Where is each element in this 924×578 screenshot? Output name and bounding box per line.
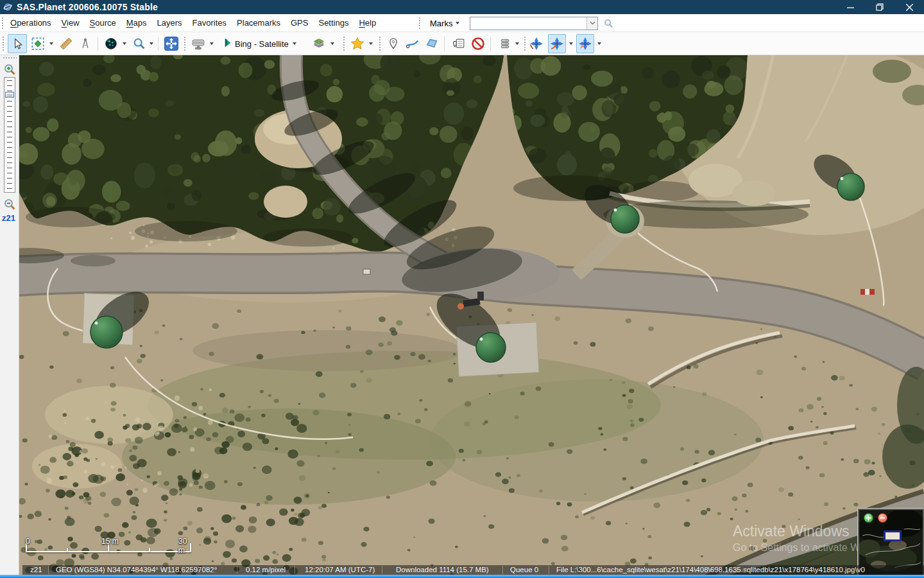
- source-dropdown[interactable]: [121, 34, 128, 53]
- ruler-tool-button[interactable]: [56, 34, 76, 53]
- cache-mode-dropdown[interactable]: [208, 34, 216, 53]
- map-name-text: Bing - Satellite: [235, 39, 289, 49]
- cache-database-button[interactable]: [495, 34, 515, 53]
- layers-button[interactable]: [309, 34, 329, 53]
- chevron-down-icon: [330, 42, 334, 45]
- restore-icon: [876, 3, 884, 11]
- map-view[interactable]: Activate Windows Go to Settings to activ…: [19, 55, 924, 578]
- zoom-tool-button[interactable]: [130, 34, 149, 53]
- chevron-down-icon: [369, 42, 373, 45]
- status-zoom: z21: [30, 565, 42, 575]
- menu-maps[interactable]: Maps: [121, 14, 152, 32]
- favorites-dropdown[interactable]: [367, 34, 375, 53]
- add-polygon-button[interactable]: [422, 34, 441, 53]
- marks-combobox[interactable]: [470, 17, 598, 30]
- placemark-list-icon: [452, 37, 466, 51]
- marks-grip[interactable]: [418, 17, 421, 30]
- zoom-slider-handle[interactable]: [5, 92, 14, 98]
- cache-drive-icon: [191, 36, 206, 51]
- menu-gps[interactable]: GPS: [286, 14, 313, 32]
- close-icon: [906, 4, 913, 11]
- gps-signal-button[interactable]: [527, 34, 545, 53]
- fullscreen-icon: [164, 36, 179, 51]
- compass-divider-icon: [79, 37, 92, 50]
- cache-mode-button[interactable]: [189, 34, 208, 53]
- toolbar-grip[interactable]: [379, 36, 381, 51]
- toolbar-grip[interactable]: [2, 36, 4, 51]
- minimize-button[interactable]: [835, 0, 865, 14]
- source-globe-button[interactable]: [101, 34, 121, 53]
- toolbar-grip[interactable]: [343, 36, 345, 51]
- zoom-out-icon: [3, 198, 16, 211]
- gps-connect-dropdown[interactable]: [595, 34, 603, 53]
- gps-track-dropdown[interactable]: [567, 34, 575, 53]
- menu-help[interactable]: Help: [354, 14, 381, 32]
- main-toolbar: Bing - Satellite: [0, 32, 924, 55]
- minimize-icon: [847, 4, 854, 11]
- placemark-list-button[interactable]: [449, 34, 468, 53]
- status-downloaded: Downloaded 1114 (15.7 MB): [396, 565, 489, 575]
- close-button[interactable]: [894, 0, 924, 14]
- favorites-button[interactable]: [348, 34, 367, 53]
- menu-operations[interactable]: Operations: [5, 14, 56, 32]
- gps-connect-button[interactable]: [576, 34, 594, 53]
- scale-label-end: 30 m: [178, 537, 191, 555]
- menu-placemarks[interactable]: Placemarks: [232, 14, 286, 32]
- zoom-out-button[interactable]: [3, 198, 16, 213]
- select-region-button[interactable]: [28, 34, 47, 53]
- chevron-down-icon: [293, 42, 296, 45]
- zoom-in-button[interactable]: [3, 63, 16, 78]
- chevron-down-icon: [597, 42, 601, 45]
- cache-database-dropdown[interactable]: [513, 34, 521, 53]
- gps-satellite-connect-icon: [578, 36, 593, 51]
- minus-icon: [880, 515, 886, 521]
- title-bar: SAS.Planet 200606.10075 Stable: [0, 0, 924, 14]
- zoom-level-label: z21: [2, 213, 15, 223]
- menu-view[interactable]: View: [56, 14, 85, 32]
- active-map-label[interactable]: Bing - Satellite: [235, 34, 296, 53]
- marks-dropdown-button[interactable]: Marks: [425, 16, 465, 31]
- distance-measure-button[interactable]: [76, 34, 95, 53]
- cursor-tool-button[interactable]: [8, 34, 27, 53]
- status-queue: Queue 0: [510, 565, 538, 575]
- scale-bar: 0 15 m 30 m: [26, 538, 191, 552]
- zoom-tool-dropdown[interactable]: [148, 34, 155, 53]
- menu-source[interactable]: Source: [85, 14, 121, 32]
- fullscreen-button[interactable]: [162, 34, 181, 53]
- hide-marks-button[interactable]: [468, 34, 488, 53]
- menu-layers[interactable]: Layers: [152, 14, 187, 32]
- status-time: 12:20:07 AM (UTC-7): [305, 565, 375, 575]
- minimap-zoom-out-button[interactable]: [878, 513, 887, 523]
- layers-icon: [312, 37, 326, 51]
- add-placemark-button[interactable]: [384, 34, 403, 53]
- zoom-slider[interactable]: [4, 77, 15, 193]
- menu-favorites[interactable]: Favorites: [187, 14, 232, 32]
- bing-maps-icon: [221, 37, 234, 50]
- menu-grip[interactable]: [1, 17, 4, 30]
- sidebar-grip[interactable]: [3, 57, 17, 59]
- minimap-viewport-rect[interactable]: [884, 530, 902, 541]
- status-coordinates: GEO (WGS84) N34.07484394° W118.62597082°: [56, 565, 217, 575]
- gps-track-button[interactable]: [548, 34, 566, 53]
- search-icon: [604, 19, 613, 28]
- ruler-icon: [59, 37, 73, 51]
- star-icon: [350, 36, 365, 51]
- chevron-down-icon: [569, 42, 573, 45]
- toolbar-grip[interactable]: [184, 36, 186, 51]
- placemark-pin-icon: [387, 37, 400, 50]
- toolbar-grip[interactable]: [524, 36, 526, 51]
- select-region-dropdown[interactable]: [47, 34, 55, 53]
- combo-dropdown-button[interactable]: [586, 17, 597, 30]
- search-button[interactable]: [602, 17, 615, 30]
- marks-label: Marks: [430, 19, 452, 28]
- menu-settings[interactable]: Settings: [313, 14, 354, 32]
- chevron-down-icon: [150, 42, 153, 45]
- gps-satellite-track-icon: [549, 36, 565, 51]
- chevron-down-icon: [210, 42, 214, 45]
- chevron-down-icon: [515, 42, 519, 45]
- restore-button[interactable]: [865, 0, 894, 14]
- layers-dropdown[interactable]: [329, 34, 336, 53]
- minimap-zoom-in-button[interactable]: [864, 513, 873, 523]
- add-path-button[interactable]: [403, 34, 422, 53]
- chevron-down-icon: [590, 21, 595, 25]
